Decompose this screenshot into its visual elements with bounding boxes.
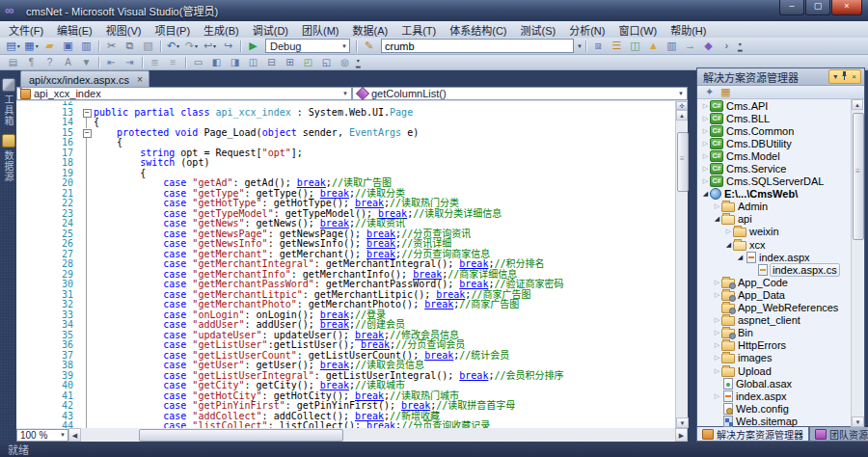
menu-help[interactable]: 帮助(H)	[664, 21, 713, 39]
collapse-arrow-icon[interactable]: ◢	[701, 190, 710, 198]
tree-item-cms-service[interactable]: ▷C#Cms.Service	[697, 162, 852, 175]
add-item-icon[interactable]: ▦▾	[22, 38, 41, 54]
display-member-list-icon[interactable]: ▤	[4, 55, 22, 69]
expand-arrow-icon[interactable]: ▷	[713, 329, 721, 336]
auto-hide-pin-icon[interactable]	[841, 71, 848, 83]
minimize-button[interactable]: –	[779, 0, 804, 15]
tree-item-httperrors[interactable]: ▷HttpErrors	[697, 339, 852, 352]
expand-arrow-icon[interactable]: ▷	[713, 341, 721, 349]
expand-arrow-icon[interactable]: ▷	[713, 291, 721, 299]
expand-arrow-icon[interactable]: ▷	[701, 177, 710, 185]
save-all-icon[interactable]: ▥	[77, 38, 95, 54]
expand-arrow-icon[interactable]: ▷	[713, 392, 721, 400]
object-browser-icon[interactable]: ◫	[626, 38, 644, 54]
tree-item-index-aspx-xcx[interactable]: ◢index.aspx	[697, 251, 852, 263]
chevron-down-icon[interactable]: ▾	[213, 42, 216, 49]
tree-item-global-asax[interactable]: Global.asax	[697, 377, 852, 390]
tree-item-app-data[interactable]: ▷App_Data	[697, 288, 852, 301]
parameter-info-icon[interactable]: ¶	[22, 55, 41, 69]
tool-window-tab-solution-explorer[interactable]: 解决方案资源管理器	[696, 427, 809, 442]
expand-arrow-icon[interactable]: ▷	[701, 140, 710, 148]
expand-arrow-icon[interactable]: ▷	[713, 367, 721, 375]
menu-team[interactable]: 团队(M)	[295, 21, 346, 39]
collapse-arrow-icon[interactable]: ◢	[713, 215, 721, 223]
collapse-arrow-icon[interactable]: ◢	[724, 241, 733, 249]
command-window-icon[interactable]: ›	[718, 38, 736, 54]
menu-file[interactable]: 文件(F)	[2, 21, 50, 39]
show-all-files-icon[interactable]: ▦	[718, 86, 734, 99]
paste-icon[interactable]: ▧	[139, 38, 157, 54]
menu-test[interactable]: 测试(S)	[514, 21, 563, 39]
tree-item-upload[interactable]: ▷Upload	[697, 364, 852, 377]
navigate-window-icon[interactable]: ◰	[299, 55, 317, 69]
expand-arrow-icon[interactable]: ▷	[713, 354, 721, 362]
zoom-window-icon[interactable]: ◎	[336, 55, 354, 69]
tree-item-cms-common[interactable]: ▷C#Cms.Common	[697, 124, 852, 137]
expand-arrow-icon[interactable]: ▷	[701, 165, 710, 173]
vertical-scroll-thumb[interactable]	[677, 132, 689, 192]
output-window-icon[interactable]: ▥	[663, 38, 681, 54]
tree-item-aspnet-client[interactable]: ▷aspnet_client	[697, 314, 852, 327]
collapse-arrow-icon[interactable]: ◢	[736, 254, 745, 261]
menu-debug[interactable]: 调试(D)	[246, 21, 295, 39]
scroll-up-icon[interactable]: ▲	[852, 99, 863, 110]
tree-item-app-webreferences[interactable]: App_WebReferences	[697, 302, 852, 314]
chevron-down-icon[interactable]: ▾	[17, 42, 20, 49]
solution-explorer-icon[interactable]: ⧈	[589, 38, 608, 54]
highlight-icon[interactable]: ▼	[77, 55, 95, 69]
tree-item-web-config[interactable]: Web.config	[697, 402, 852, 415]
scroll-left-icon[interactable]: ◀	[68, 428, 81, 442]
find-search-input[interactable]	[381, 39, 574, 53]
cut-icon[interactable]: ✂	[102, 38, 121, 54]
toolbar-options-icon[interactable]: ▾▂	[356, 59, 361, 67]
new-window-icon[interactable]: ▭	[189, 55, 207, 69]
close-window-icon[interactable]: ◱	[317, 55, 336, 69]
expand-arrow-icon[interactable]: ▷	[713, 316, 721, 324]
chevron-down-icon[interactable]: ▾	[195, 42, 198, 49]
window-position-icon[interactable]: ▾	[833, 71, 837, 82]
solution-explorer-title-bar[interactable]: 解决方案资源管理器 ▾ ×	[697, 68, 864, 86]
menu-data[interactable]: 数据(A)	[346, 21, 395, 39]
menu-edit[interactable]: 编辑(E)	[50, 21, 99, 39]
toolbar-options-icon[interactable]: ▾▂	[738, 42, 743, 50]
tree-item-cms-api[interactable]: ▷C#Cms.API	[697, 99, 852, 112]
chevron-down-icon[interactable]: ▾	[176, 42, 179, 49]
members-dropdown[interactable]: getColumnList() ▼	[352, 87, 688, 100]
close-icon[interactable]: ×	[137, 74, 143, 85]
menu-analyze[interactable]: 分析(N)	[562, 21, 611, 39]
navigate-back-icon[interactable]: ↩▾	[201, 38, 219, 54]
copy-icon[interactable]: ⧉	[121, 38, 139, 54]
tool-window-tab-team-explorer[interactable]: 团队资源管理器	[809, 427, 868, 442]
find-symbol-icon[interactable]: ✎	[360, 38, 378, 54]
chevron-down-icon[interactable]: ▼	[577, 43, 583, 49]
tab-index-aspx-cs[interactable]: api/xcx/index.aspx.cs ×	[20, 70, 149, 88]
tree-item-cmsweb-root[interactable]: ◢E:\...\CmsWeb\	[697, 188, 852, 201]
menu-view[interactable]: 视图(V)	[99, 21, 149, 39]
editor-vertical-scrollbar[interactable]: ✣ ▲ ▼	[675, 101, 688, 428]
expand-arrow-icon[interactable]: ▷	[701, 152, 710, 160]
complete-word-icon[interactable]: A	[59, 55, 77, 69]
maximize-button[interactable]: ▢	[805, 0, 830, 15]
redo-icon[interactable]: ↷▾	[182, 38, 201, 54]
horizontal-scroll-thumb[interactable]	[139, 429, 343, 442]
dock-bottom-icon[interactable]: ◫	[244, 55, 262, 69]
tree-vertical-scrollbar[interactable]: ▲ ▼	[851, 99, 863, 427]
close-icon[interactable]: ×	[852, 71, 856, 82]
scroll-down-icon[interactable]: ▼	[676, 417, 689, 428]
tree-item-bin[interactable]: ▷Bin	[697, 327, 852, 339]
indent-increase-icon[interactable]: ⇥	[121, 55, 139, 69]
tree-item-index-aspx-cs[interactable]: index.aspx.cs	[697, 263, 852, 276]
extension-manager-icon[interactable]: ◆	[699, 38, 718, 54]
editor-horizontal-scrollbar[interactable]	[81, 428, 675, 442]
close-button[interactable]: ×	[831, 0, 862, 15]
menu-tools[interactable]: 工具(T)	[394, 21, 443, 39]
uncomment-selection-icon[interactable]: ≡	[164, 55, 182, 69]
split-editor-handle[interactable]: ✣	[676, 101, 688, 110]
open-file-icon[interactable]: ▰	[41, 38, 59, 54]
start-page-icon[interactable]: →	[681, 38, 699, 54]
tree-item-cms-bll[interactable]: ▷C#Cms.BLL	[697, 112, 852, 124]
tree-item-app-code[interactable]: ▷App_Code	[697, 276, 852, 288]
tree-item-cms-sqlserverdal[interactable]: ▷C#Cms.SQLServerDAL	[697, 175, 852, 188]
dock-left-icon[interactable]: ◨	[226, 55, 244, 69]
menu-build[interactable]: 生成(B)	[197, 21, 246, 39]
